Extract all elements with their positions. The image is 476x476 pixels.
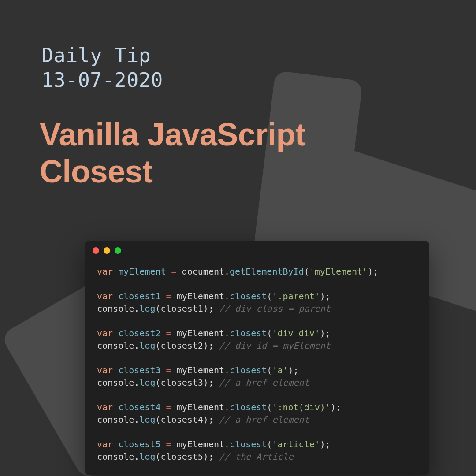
identifier: myElement [118,266,166,277]
string: 'myElement' [309,266,368,277]
identifier: closest3 [161,377,203,388]
close-icon[interactable] [93,247,99,254]
identifier: myElement [177,291,224,301]
title-line: Closest [40,154,153,189]
minimize-icon[interactable] [104,247,110,254]
object: console [97,451,134,462]
identifier: closest4 [161,414,203,425]
code-block: var myElement = document.getElementById(… [85,260,429,475]
title-line: Vanilla JavaScript [40,117,305,152]
string: ':not(div)' [272,402,330,413]
comment: // a href element [219,377,309,388]
method: log [139,340,155,351]
comment: // the Article [219,451,294,462]
method: closest [230,291,267,301]
comment: // a href element [219,414,309,425]
method: log [139,377,155,388]
method: closest [230,402,267,413]
operator: = [166,365,171,376]
string: 'article' [272,439,320,450]
object: console [97,303,134,314]
maximize-icon[interactable] [115,247,121,254]
page-title: Vanilla JavaScript Closest [40,116,476,191]
method: closest [230,365,267,376]
keyword: var [97,402,113,413]
code-window: var myElement = document.getElementById(… [85,241,429,475]
method: closest [230,439,267,450]
method: closest [230,328,267,338]
identifier: myElement [177,402,224,413]
string: '.parent' [272,291,320,301]
identifier: myElement [177,328,224,338]
identifier: closest2 [161,340,203,351]
operator: = [166,291,171,301]
identifier: closest1 [161,303,203,314]
subtitle-date: 13-07-2020 [41,68,163,92]
method: log [139,451,155,462]
operator: = [166,439,171,450]
string: 'a' [272,365,288,376]
method: getElementById [230,266,304,277]
object: document [182,266,224,277]
object: console [97,340,134,351]
object: console [97,377,134,388]
identifier: closest5 [161,451,203,462]
identifier: closest3 [118,365,160,376]
identifier: closest2 [118,328,160,338]
operator: = [166,402,171,413]
object: console [97,414,134,425]
keyword: var [97,328,113,338]
string: 'div div' [272,328,320,338]
identifier: myElement [177,365,224,376]
keyword: var [97,365,113,376]
method: log [139,303,155,314]
identifier: closest1 [118,291,160,301]
subtitle-line: Daily Tip [41,44,151,67]
operator: = [171,266,177,277]
page-subtitle: Daily Tip 13-07-2020 [41,43,476,93]
keyword: var [97,291,113,301]
identifier: closest4 [118,402,160,413]
identifier: closest5 [118,439,160,450]
identifier: myElement [177,439,224,450]
method: log [139,414,155,425]
operator: = [166,328,171,338]
comment: // div class = parent [219,303,331,314]
keyword: var [97,439,113,450]
comment: // div id = myElement [219,340,331,351]
keyword: var [97,266,113,277]
window-titlebar [85,241,429,260]
